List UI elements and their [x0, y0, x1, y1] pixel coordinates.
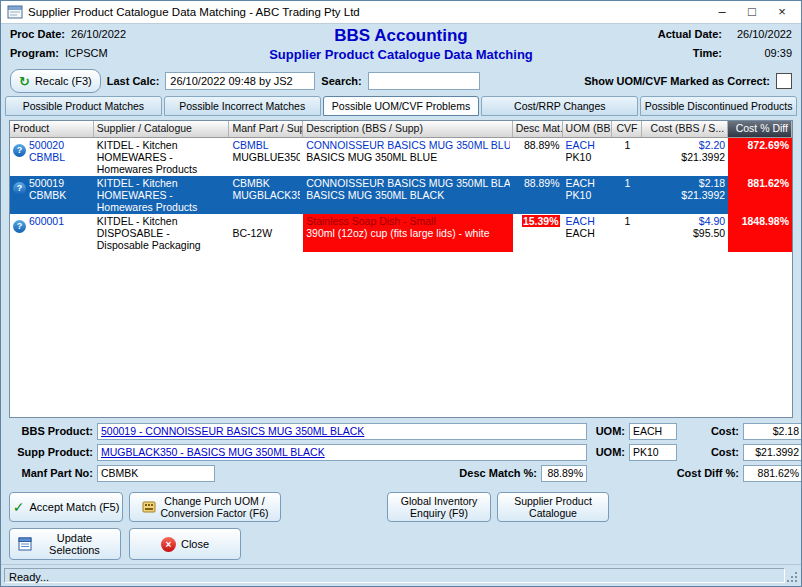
manf-part-cell: BC-12W — [229, 214, 303, 252]
bbs-cost-label: Cost: — [681, 423, 739, 440]
bbs-uom-field: EACH — [629, 423, 677, 440]
cost-diff-cell: 881.62% — [728, 176, 792, 214]
column-header-supplier-catalogue[interactable]: Supplier / Catalogue — [94, 121, 230, 137]
close-label: Close — [181, 538, 209, 550]
supp-product-code[interactable]: CBMBL — [29, 151, 91, 163]
table-header: ProductSupplier / CatalogueManf Part / S… — [10, 121, 792, 138]
manf-part-supp: MUGBLUE350 — [232, 151, 300, 163]
close-window-icon[interactable]: × — [767, 2, 797, 22]
supp-uom-label: UOM: — [591, 444, 625, 461]
supplier-catalogue-button[interactable]: Supplier Product Catalogue — [497, 492, 609, 522]
recalc-label: Recalc (F3) — [35, 75, 92, 87]
bbs-product-code[interactable]: 600001 — [29, 215, 91, 227]
column-header-desc-mat[interactable]: Desc Mat... — [513, 121, 563, 137]
bbs-product-field: 500019 - CONNOISSEUR BASICS MUG 350ML BL… — [97, 423, 587, 440]
bbs-product-link[interactable]: 500019 - CONNOISSEUR BASICS MUG 350ML BL… — [101, 425, 364, 437]
global-inventory-button[interactable]: Global Inventory Enquiry (F9) — [387, 492, 491, 522]
product-codes: 600001 — [29, 215, 91, 251]
help-icon[interactable]: ? — [13, 182, 26, 195]
supp-product-code[interactable]: CBMBK — [29, 189, 91, 201]
uom-cell: EACHPK10 — [563, 176, 613, 214]
search-label: Search: — [321, 75, 361, 87]
recalc-button[interactable]: ↻ Recalc (F3) — [10, 69, 101, 93]
minimize-icon[interactable]: – — [707, 2, 737, 22]
resize-grip[interactable] — [786, 571, 799, 584]
supplier-cell: KITDEL - KitchenDISPOSABLE -Disposable P… — [94, 214, 230, 252]
description-cell: CONNOISSEUR BASICS MUG 350ML BLACKBASICS… — [303, 176, 512, 214]
bbs-product-code[interactable]: 500019 — [29, 177, 91, 189]
desc-match-cell: 15.39% — [513, 214, 563, 252]
column-header-uom-bb[interactable]: UOM (BB... — [563, 121, 613, 137]
desc-supp: 390ml (12oz) cup (fits large lids) - whi… — [306, 227, 509, 239]
supp-product-code[interactable] — [29, 227, 91, 239]
uom-supp: PK10 — [566, 189, 610, 201]
desc-match-value: 88.89% — [524, 139, 560, 151]
cost-supp: $95.50 — [645, 227, 725, 239]
actual-date-value: 26/10/2022 — [728, 28, 792, 47]
cvf-cell: 1 — [612, 138, 642, 176]
uom-cell: EACHPK10 — [563, 138, 613, 176]
uom-supp: EACH — [566, 227, 610, 239]
accept-match-label: Accept Match (F5) — [29, 501, 119, 513]
cvf-cell: 1 — [612, 214, 642, 252]
detail-panel: BBS Product: 500019 - CONNOISSEUR BASICS… — [9, 422, 793, 488]
cost-supp: $21.3992 — [645, 189, 725, 201]
cost-bbs: $2.20 — [645, 139, 725, 151]
time-label: Time: — [693, 47, 722, 66]
tab-cost-rrp-changes[interactable]: Cost/RRP Changes — [481, 96, 638, 116]
tab-possible-product-matches[interactable]: Possible Product Matches — [5, 96, 162, 116]
supp-uom-field: PK10 — [629, 444, 677, 461]
uom-cell: EACHEACH — [563, 214, 613, 252]
desc-match-cell: 88.89% — [513, 138, 563, 176]
desc-match-label: Desc Match %: — [409, 465, 537, 482]
description-cell: CONNOISSEUR BASICS MUG 350ML BLUEBASICS … — [303, 138, 512, 176]
desc-match-cell: 88.89% — [513, 176, 563, 214]
bbs-product-code[interactable]: 500020 — [29, 139, 91, 151]
column-header-cost-diff[interactable]: Cost % Diff — [728, 121, 792, 137]
supplier-line: KITDEL - Kitchen — [97, 215, 227, 227]
manf-part-label: Manf Part No: — [9, 465, 93, 482]
tab-possible-uom-cvf-problems[interactable]: Possible UOM/CVF Problems — [323, 96, 480, 116]
column-header-cvf[interactable]: CVF — [612, 121, 642, 137]
actual-date-label: Actual Date: — [658, 28, 722, 47]
column-header-product[interactable]: Product — [10, 121, 94, 137]
uom-bbs: EACH — [566, 139, 610, 151]
maximize-icon[interactable]: □ — [737, 2, 767, 22]
supplier-cell: KITDEL - KitchenHOMEWARES -Homewares Pro… — [94, 176, 230, 214]
help-icon[interactable]: ? — [13, 144, 26, 157]
cost-bbs: $2.18 — [645, 177, 725, 189]
accept-match-button[interactable]: ✓ Accept Match (F5) — [9, 492, 123, 522]
table-row[interactable]: ?500020CBMBLKITDEL - KitchenHOMEWARES -H… — [10, 138, 792, 176]
change-uom-button[interactable]: Change Purch UOM / Conversion Factor (F6… — [129, 492, 281, 522]
manf-part-cell: CBMBKMUGBLACK350 — [229, 176, 303, 214]
supp-cost-label: Cost: — [681, 444, 739, 461]
update-selections-button[interactable]: Update Selections — [9, 528, 121, 560]
desc-supp: BASICS MUG 350ML BLACK — [306, 189, 509, 201]
tab-possible-incorrect-matches[interactable]: Possible Incorrect Matches — [164, 96, 321, 116]
bbs-cost-field: $2.18 — [743, 423, 802, 440]
close-button[interactable]: × Close — [129, 528, 241, 560]
help-icon[interactable]: ? — [13, 220, 26, 233]
manf-part-bbs: CBMBL — [232, 139, 300, 151]
column-header-manf-part-sup[interactable]: Manf Part / Sup... — [229, 121, 303, 137]
column-header-description-bbs-supp[interactable]: Description (BBS / Supp) — [303, 121, 512, 137]
show-uom-checkbox[interactable] — [776, 73, 792, 89]
app-window: Supplier Product Catalogue Data Matching… — [0, 0, 802, 587]
supp-product-link[interactable]: MUGBLACK350 - BASICS MUG 350ML BLACK — [101, 446, 325, 458]
global-inventory-label: Global Inventory Enquiry (F9) — [401, 495, 477, 520]
toolbar: ↻ Recalc (F3) Last Calc: 26/10/2022 09:4… — [1, 66, 801, 96]
desc-bbs: CONNOISSEUR BASICS MUG 350ML BLACK — [306, 177, 509, 189]
desc-match-value: 88.89% — [524, 177, 560, 189]
cvf-cell: 1 — [612, 176, 642, 214]
supplier-line: Homewares Products — [97, 201, 227, 213]
table-row[interactable]: ?600001 KITDEL - KitchenDISPOSABLE -Disp… — [10, 214, 792, 252]
column-header-cost-bbs-s[interactable]: Cost (BBS / S... — [642, 121, 728, 137]
table-row[interactable]: ?500019CBMBKKITDEL - KitchenHOMEWARES -H… — [10, 176, 792, 214]
supplier-line: HOMEWARES - — [97, 151, 227, 163]
supplier-line: KITDEL - Kitchen — [97, 177, 227, 189]
supplier-catalogue-label: Supplier Product Catalogue — [514, 495, 592, 520]
tab-possible-discontinued-products[interactable]: Possible Discontinued Products — [640, 96, 797, 116]
desc-match-value: 15.39% — [522, 215, 560, 227]
supplier-line: Homewares Products — [97, 163, 227, 175]
search-input[interactable] — [368, 72, 480, 90]
